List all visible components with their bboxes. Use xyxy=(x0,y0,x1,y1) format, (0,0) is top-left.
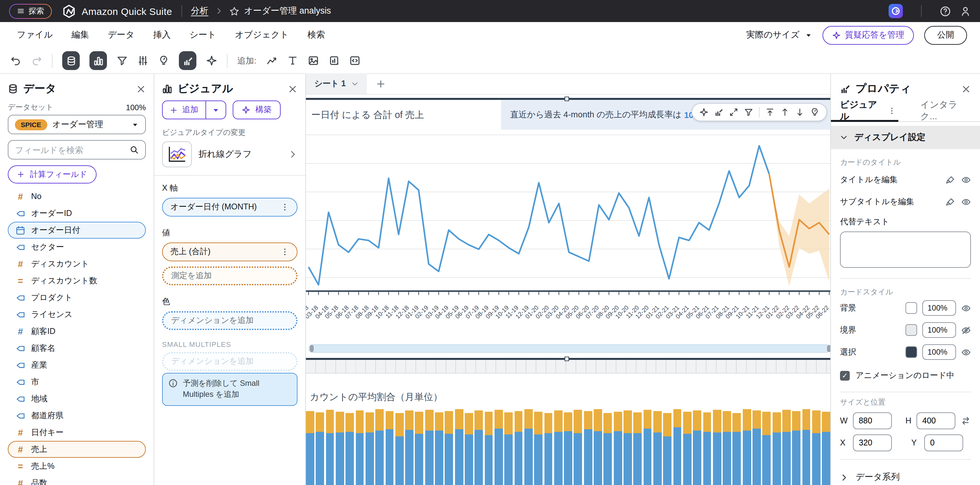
date-range-scrollbar[interactable] xyxy=(309,344,830,353)
parameters-icon[interactable] xyxy=(137,55,148,66)
stacked-bar[interactable] xyxy=(683,412,692,485)
stacked-bar[interactable] xyxy=(336,412,344,485)
resize-handle-top[interactable] xyxy=(565,97,569,101)
stacked-bar[interactable] xyxy=(504,412,513,485)
resize-handle-bottom[interactable] xyxy=(565,357,569,361)
selection-color-swatch[interactable] xyxy=(905,346,917,358)
background-opacity-input[interactable] xyxy=(922,300,956,316)
stacked-bar[interactable] xyxy=(445,411,453,485)
stacked-bar[interactable] xyxy=(435,412,443,485)
field-item[interactable]: オーダーID xyxy=(8,205,146,222)
calculated-field-button[interactable]: 計算フィールド xyxy=(8,165,96,183)
insights-bulb-icon[interactable] xyxy=(810,108,819,117)
alt-text-input[interactable] xyxy=(840,231,971,268)
field-item[interactable]: #顧客ID xyxy=(8,323,146,340)
value-field-pill[interactable]: 売上 (合計) xyxy=(162,242,298,261)
stacked-bar[interactable] xyxy=(663,413,672,485)
stacked-bar[interactable] xyxy=(723,411,731,485)
publish-button[interactable]: 公開 xyxy=(924,26,967,45)
tab-interactions[interactable]: インタラク... xyxy=(920,99,971,122)
favorite-star-icon[interactable] xyxy=(229,6,239,16)
edit-visual-icon[interactable] xyxy=(714,108,723,117)
tab-visual[interactable]: ビジュアル xyxy=(840,99,896,122)
stacked-bar[interactable] xyxy=(326,410,334,485)
menu-item[interactable]: シート xyxy=(189,29,216,41)
stacked-bar[interactable] xyxy=(584,411,592,485)
stacked-bar[interactable] xyxy=(346,413,354,485)
stacked-bar[interactable] xyxy=(385,411,394,485)
eye-off-icon[interactable] xyxy=(961,325,971,335)
stacked-bar[interactable] xyxy=(614,412,622,485)
stacked-bar[interactable] xyxy=(485,412,493,485)
field-item[interactable]: #ディスカウント xyxy=(8,255,146,272)
width-input[interactable] xyxy=(853,412,892,429)
stacked-bar[interactable] xyxy=(713,410,721,485)
dataset-select[interactable]: SPICE オーダー管理 xyxy=(8,115,146,134)
add-measure-dropzone[interactable]: 測定を追加 xyxy=(162,266,298,285)
explore-button[interactable]: 探索 xyxy=(9,3,52,19)
field-search[interactable] xyxy=(8,140,146,160)
visual-type-selector[interactable]: 折れ線グラフ xyxy=(162,141,298,167)
field-item[interactable]: 顧客名 xyxy=(8,340,146,357)
quick-suite-app-badge-icon[interactable] xyxy=(889,4,903,18)
stacked-bar[interactable] xyxy=(762,412,771,485)
add-color-dimension-dropzone[interactable]: ディメンションを追加 xyxy=(162,311,298,330)
stacked-bar[interactable] xyxy=(653,411,662,485)
close-icon[interactable] xyxy=(288,84,298,94)
stacked-bar[interactable] xyxy=(604,413,612,485)
field-item[interactable]: プロダクト xyxy=(8,289,146,306)
stacked-bar[interactable] xyxy=(425,410,434,485)
field-item[interactable]: セクター xyxy=(8,239,146,255)
stacked-bar[interactable] xyxy=(415,412,423,485)
stacked-bar[interactable] xyxy=(306,411,314,485)
kebab-menu-icon[interactable] xyxy=(281,203,289,211)
eye-icon[interactable] xyxy=(961,347,971,357)
field-item[interactable]: 産業 xyxy=(8,357,146,373)
field-item[interactable]: オーダー日付 xyxy=(8,222,146,239)
stacked-bar[interactable] xyxy=(465,413,473,485)
field-item[interactable]: #売上 xyxy=(8,441,146,458)
stacked-bar[interactable] xyxy=(574,410,582,485)
background-color-swatch[interactable] xyxy=(905,302,917,314)
stacked-bar[interactable] xyxy=(703,412,711,485)
stacked-bar[interactable] xyxy=(405,410,414,485)
scrollbar-grip-left[interactable] xyxy=(310,345,314,352)
add-image-icon[interactable] xyxy=(307,55,318,66)
stacked-bar[interactable] xyxy=(782,410,791,485)
send-to-top-icon[interactable] xyxy=(765,108,775,117)
swap-dimensions-icon[interactable] xyxy=(961,416,971,426)
field-item[interactable]: #品数 xyxy=(8,475,146,485)
add-text-icon[interactable] xyxy=(287,55,298,66)
add-embed-code-icon[interactable] xyxy=(349,55,360,66)
selection-opacity-input[interactable] xyxy=(922,344,956,360)
kebab-menu-icon[interactable] xyxy=(888,107,896,115)
field-item[interactable]: ライセンス xyxy=(8,306,146,323)
border-opacity-input[interactable] xyxy=(922,322,956,338)
field-item[interactable]: 都道府県 xyxy=(8,407,146,424)
menu-item[interactable]: 検索 xyxy=(307,29,325,41)
stacked-bar[interactable] xyxy=(495,410,503,485)
stacked-bar[interactable] xyxy=(812,410,821,485)
eye-icon[interactable] xyxy=(961,197,971,206)
menu-item[interactable]: オブジェクト xyxy=(235,29,289,41)
height-input[interactable] xyxy=(916,412,955,429)
data-panel-toggle-button[interactable] xyxy=(62,51,80,70)
field-item[interactable]: =売上% xyxy=(8,458,146,475)
data-series-section[interactable]: データ系列 xyxy=(840,467,971,485)
brush-icon[interactable] xyxy=(946,175,955,185)
add-visual-icon[interactable] xyxy=(266,55,277,66)
maximize-icon[interactable] xyxy=(729,108,738,117)
stacked-bar[interactable] xyxy=(366,412,374,485)
user-icon[interactable] xyxy=(960,5,971,16)
stacked-bar[interactable] xyxy=(822,412,830,485)
stacked-bar[interactable] xyxy=(455,409,463,485)
brush-icon[interactable] xyxy=(946,197,955,206)
stacked-bar[interactable] xyxy=(633,412,642,485)
field-item[interactable]: #No xyxy=(8,188,146,205)
field-item[interactable]: 地域 xyxy=(8,390,146,407)
field-item[interactable]: #日付キー xyxy=(8,424,146,441)
view-size-select[interactable]: 実際のサイズ xyxy=(746,29,812,41)
stacked-bar[interactable] xyxy=(594,409,602,485)
animation-checkbox[interactable]: ✓ xyxy=(840,370,850,380)
properties-toggle-button[interactable] xyxy=(179,51,196,70)
